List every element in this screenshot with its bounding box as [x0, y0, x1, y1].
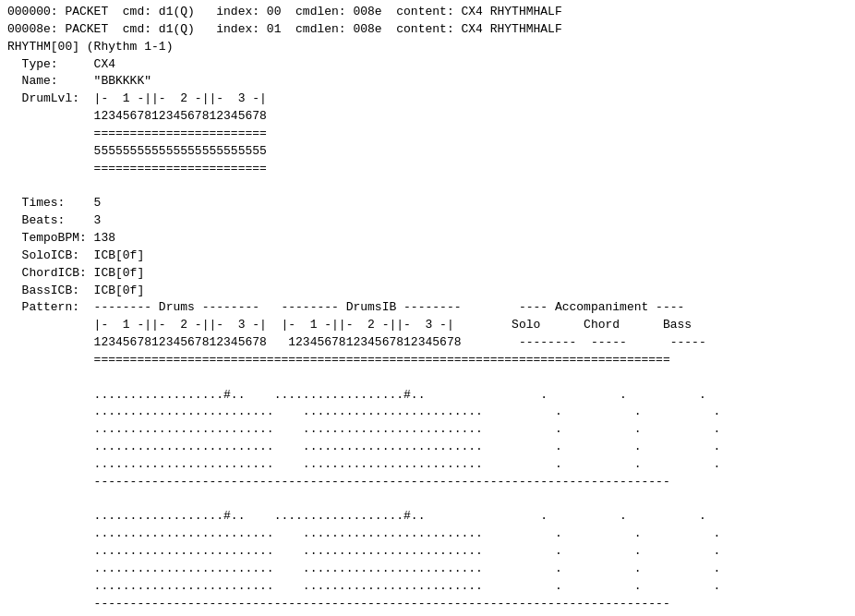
line-p2-r5: ......................... ..............… — [7, 579, 720, 593]
line-vals: 555555555555555555555555 — [7, 144, 267, 158]
line-p1-r3: ......................... ..............… — [7, 422, 720, 436]
line-drumlvl-2: 123456781234567812345678 — [7, 109, 267, 123]
line-p2-r2: ......................... ..............… — [7, 526, 720, 540]
line-p1-r5: ......................... ..............… — [7, 457, 720, 471]
line-p2-r4: ......................... ..............… — [7, 562, 720, 575]
line-p1-sep: ----------------------------------------… — [7, 475, 670, 489]
line-pattern-nums: 123456781234567812345678 123456781234567… — [7, 335, 706, 349]
line-chord: ChordICB: ICB[0f] — [7, 266, 144, 280]
line-drumlvl: DrumLvl: |- 1 -||- 2 -||- 3 -| — [7, 91, 267, 105]
line-name: Name: "BBKKKK" — [7, 74, 151, 88]
line-2: 00008e: PACKET cmd: d1(Q) index: 01 cmdl… — [7, 22, 562, 36]
line-sep-1: ======================== — [7, 127, 267, 140]
line-p2-sep: ----------------------------------------… — [7, 597, 670, 610]
line-p1-r1: ..................#.. ..................… — [7, 388, 706, 402]
line-times: Times: 5 — [7, 196, 101, 210]
line-tempo: TempoBPM: 138 — [7, 231, 115, 245]
line-bass: BassICB: ICB[0f] — [7, 284, 144, 297]
line-1: 000000: PACKET cmd: d1(Q) index: 00 cmdl… — [7, 5, 562, 18]
line-p2-r3: ......................... ..............… — [7, 544, 720, 558]
line-solo: SoloICB: ICB[0f] — [7, 248, 144, 262]
line-pattern-beats: |- 1 -||- 2 -||- 3 -| |- 1 -||- 2 -||- 3… — [7, 318, 692, 332]
terminal-output: 000000: PACKET cmd: d1(Q) index: 00 cmdl… — [7, 4, 848, 616]
line-p2-r1: ..................#.. ..................… — [7, 509, 706, 523]
line-pattern-header: Pattern: -------- Drums -------- -------… — [7, 300, 684, 314]
line-beats: Beats: 3 — [7, 213, 101, 227]
line-3: RHYTHM[00] (Rhythm 1-1) — [7, 40, 173, 54]
line-pattern-sep: ========================================… — [7, 353, 670, 367]
line-p1-r4: ......................... ..............… — [7, 440, 720, 453]
line-sep-2: ======================== — [7, 162, 267, 175]
line-p1-r2: ......................... ..............… — [7, 405, 720, 418]
line-type: Type: CX4 — [7, 57, 115, 71]
